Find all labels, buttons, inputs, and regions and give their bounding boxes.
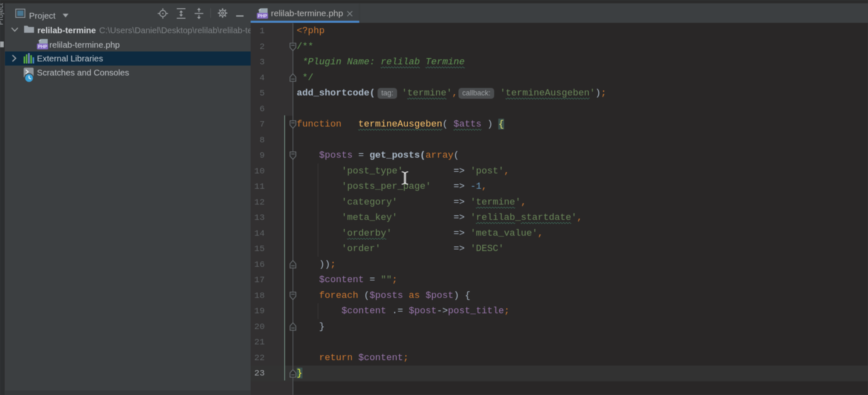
- svg-text:PHP: PHP: [258, 13, 267, 18]
- svg-text:PHP: PHP: [38, 44, 47, 49]
